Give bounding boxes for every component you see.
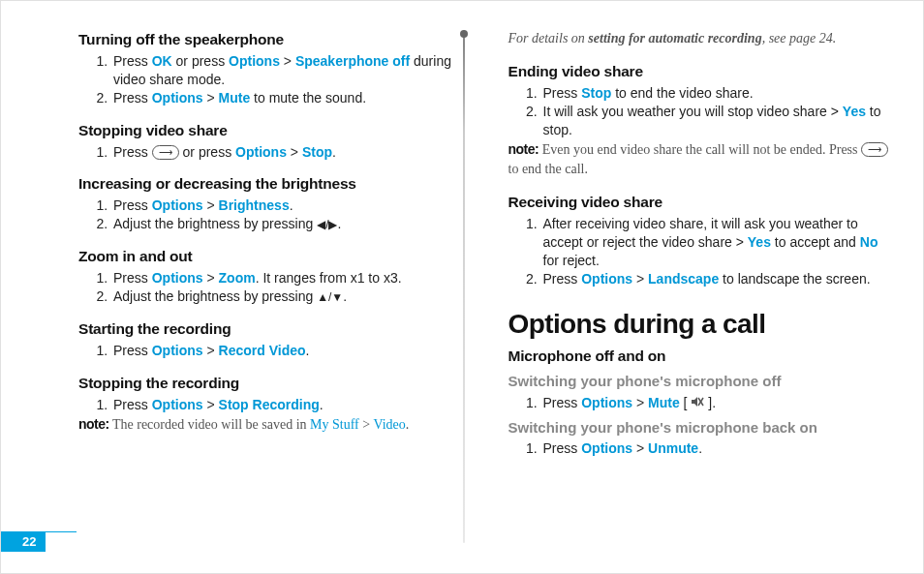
subheading-mic-off: Switching your phone's microphone off xyxy=(508,372,895,391)
left-column: Turning off the speakerphone Press OK or… xyxy=(78,30,465,460)
step: Press Options > Unmute. xyxy=(541,439,895,458)
key-stop: Stop xyxy=(302,144,332,160)
link-my-stuff: My Stuff xyxy=(310,417,359,432)
heading-ending-video-share: Ending video share xyxy=(508,62,895,82)
key-options: Options xyxy=(581,395,632,410)
key-unmute: Unmute xyxy=(648,440,698,456)
note-label: note: xyxy=(508,141,539,157)
key-zoom: Zoom xyxy=(219,270,256,286)
page-number: 22 xyxy=(1,531,46,552)
step: Press Options > Zoom. It ranges from x1 … xyxy=(111,269,465,287)
link-video: Video xyxy=(373,417,405,432)
cross-ref: For details on setting for automatic rec… xyxy=(508,30,895,48)
key-stop: Stop xyxy=(581,85,611,101)
heading-start-recording: Starting the recording xyxy=(78,319,465,340)
step: Press ⟶ or press Options > Stop. xyxy=(111,143,465,162)
note: note: Even you end video share the call … xyxy=(508,140,895,179)
end-key-icon: ⟶ xyxy=(861,142,888,157)
note: note: The recorded video will be saved i… xyxy=(78,415,465,435)
key-options: Options xyxy=(235,144,287,160)
heading-brightness: Increasing or decreasing the brightness xyxy=(78,174,465,195)
key-options: Options xyxy=(152,90,203,106)
key-options: Options xyxy=(152,343,203,358)
step: Press OK or press Options > Speakerphone… xyxy=(111,52,465,89)
left-right-arrows-icon: ◀/▶ xyxy=(317,218,337,231)
section-title: Options during a call xyxy=(508,306,895,343)
step: Adjust the brightness by pressing ▲/▼. xyxy=(111,287,465,306)
note-label: note: xyxy=(78,416,109,432)
step: Press Options > Landscape to landscape t… xyxy=(541,270,895,288)
key-mute: Mute xyxy=(219,90,251,106)
key-speakerphone-off: Speakerphone off xyxy=(295,53,410,69)
key-options: Options xyxy=(581,271,632,287)
key-options: Options xyxy=(152,270,203,286)
heading-zoom: Zoom in and out xyxy=(78,247,465,267)
step: Press Stop to end the video share. xyxy=(541,84,895,103)
subheading-mic-on: Switching your phone's microphone back o… xyxy=(508,418,895,438)
column-divider xyxy=(463,30,465,543)
heading-mic-off-on: Microphone off and on xyxy=(508,347,895,367)
step: Press Options > Brightness. xyxy=(111,196,465,215)
heading-stop-video-share: Stopping video share xyxy=(78,121,465,141)
step: Press Options > Mute to mute the sound. xyxy=(111,89,465,107)
heading-speakerphone-off: Turning off the speakerphone xyxy=(78,30,465,50)
key-options: Options xyxy=(581,440,632,456)
step: Press Options > Mute [ ]. xyxy=(541,394,895,412)
step: It will ask you weather you will stop vi… xyxy=(541,103,895,139)
step: Press Options > Record Video. xyxy=(111,342,465,360)
key-brightness: Brightness xyxy=(219,197,290,213)
key-no: No xyxy=(860,234,878,250)
right-column: For details on setting for automatic rec… xyxy=(494,30,895,460)
step: Press Options > Stop Recording. xyxy=(111,396,465,414)
key-landscape: Landscape xyxy=(648,271,719,287)
up-down-arrows-icon: ▲/▼ xyxy=(317,290,343,304)
key-yes: Yes xyxy=(843,104,866,119)
heading-stop-recording: Stopping the recording xyxy=(78,374,465,394)
key-stop-recording: Stop Recording xyxy=(219,397,320,412)
key-ok: OK xyxy=(152,53,172,69)
step: Adjust the brightness by pressing ◀/▶. xyxy=(111,215,465,233)
key-options: Options xyxy=(152,197,203,213)
step: After receiving video share, it will ask… xyxy=(541,215,895,270)
key-mute: Mute xyxy=(648,395,680,410)
key-options: Options xyxy=(229,53,280,69)
key-record-video: Record Video xyxy=(219,343,306,358)
mute-icon xyxy=(691,394,704,412)
key-yes: Yes xyxy=(748,234,771,250)
end-key-icon: ⟶ xyxy=(152,145,179,160)
heading-receiving-video-share: Receiving video share xyxy=(508,193,895,213)
key-options: Options xyxy=(152,397,203,412)
